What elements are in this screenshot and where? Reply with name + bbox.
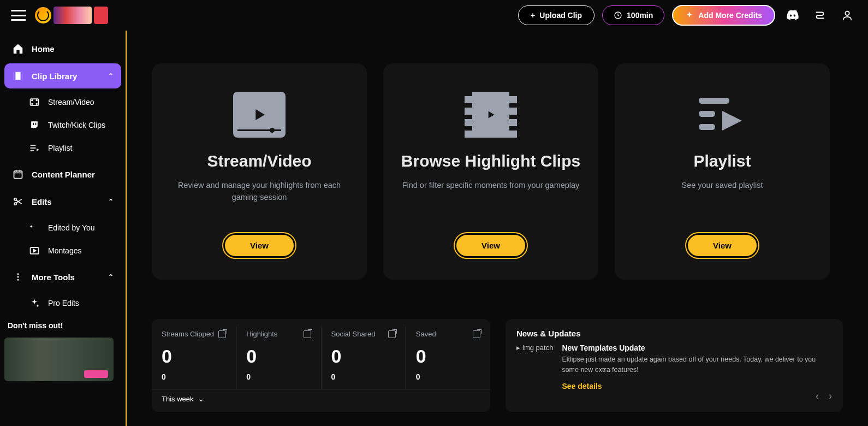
chevron-up-icon: ⌃ bbox=[108, 198, 114, 205]
svg-point-19 bbox=[17, 279, 19, 281]
svg-point-9 bbox=[36, 104, 37, 105]
body: Home Clip Library ⌃ Stream/Video Twitch/… bbox=[0, 31, 868, 426]
sidebar-label: More Tools bbox=[32, 273, 75, 282]
news-section-title: News & Updates bbox=[516, 329, 832, 338]
stat-saved: Saved 0 0 bbox=[406, 327, 490, 389]
minutes-button[interactable]: 100min bbox=[602, 5, 664, 25]
news-prev-button[interactable]: ‹ bbox=[816, 390, 819, 402]
external-link-icon[interactable] bbox=[473, 330, 480, 338]
card-desc: Review and manage your highlights from e… bbox=[168, 179, 350, 233]
stat-label: Saved bbox=[416, 330, 436, 338]
svg-point-14 bbox=[14, 198, 16, 200]
sidebar-item-twitch-kick[interactable]: Twitch/Kick Clips bbox=[21, 114, 121, 137]
sidebar-label: Playlist bbox=[48, 144, 72, 152]
sidebar-label: Clip Library bbox=[32, 72, 77, 81]
card-browse-clips: Browse Highlight Clips Find or filter sp… bbox=[383, 63, 598, 280]
sidebar-item-content-planner[interactable]: Content Planner bbox=[4, 162, 121, 187]
montage-icon bbox=[28, 245, 40, 257]
period-selector[interactable]: This week ⌄ bbox=[152, 389, 490, 409]
external-link-icon[interactable] bbox=[218, 330, 226, 338]
news-panel: News & Updates img patch New Templates U… bbox=[506, 319, 843, 412]
upload-clip-button[interactable]: + Upload Clip bbox=[518, 5, 594, 25]
card-title: Stream/Video bbox=[207, 152, 311, 170]
credits-label: Add More Credits bbox=[698, 11, 762, 20]
path-icon bbox=[814, 9, 826, 21]
external-link-icon[interactable] bbox=[304, 330, 311, 338]
logo-art-1 bbox=[53, 7, 92, 24]
sidebar-label: Montages bbox=[48, 246, 81, 255]
svg-rect-20 bbox=[699, 98, 729, 104]
card-desc: See your saved playlist bbox=[681, 179, 763, 233]
rewards-button[interactable] bbox=[810, 5, 830, 25]
sidebar-label: Home bbox=[32, 44, 55, 54]
stat-value: 0 bbox=[331, 346, 396, 367]
news-pagination: ‹ › bbox=[816, 390, 832, 402]
svg-point-6 bbox=[32, 100, 33, 101]
sidebar-item-stream-video[interactable]: Stream/Video bbox=[21, 91, 121, 114]
stat-value: 0 bbox=[162, 346, 226, 367]
sidebar-item-home[interactable]: Home bbox=[4, 36, 121, 61]
external-link-icon[interactable] bbox=[388, 330, 396, 338]
stats-row: Streams Clipped 0 0 Highlights 0 0 Socia… bbox=[152, 327, 490, 389]
upload-label: Upload Clip bbox=[539, 11, 582, 20]
clip-library-subitems: Stream/Video Twitch/Kick Clips Playlist bbox=[4, 91, 121, 159]
sidebar-label: Pro Edits bbox=[48, 299, 79, 307]
discord-button[interactable] bbox=[783, 5, 802, 25]
stat-subvalue: 0 bbox=[246, 372, 311, 381]
promo-banner[interactable] bbox=[4, 338, 114, 381]
sidebar-item-edited-by-you[interactable]: Edited by You bbox=[21, 216, 121, 239]
sparkles-icon bbox=[28, 297, 40, 309]
news-headline: New Templates Update bbox=[562, 344, 832, 352]
header-left bbox=[11, 7, 108, 24]
svg-rect-11 bbox=[31, 147, 36, 149]
menu-toggle-button[interactable] bbox=[11, 10, 26, 21]
video-player-icon bbox=[233, 92, 286, 138]
home-icon bbox=[12, 43, 24, 55]
stat-label: Highlights bbox=[246, 330, 277, 338]
sidebar-label: Content Planner bbox=[32, 170, 95, 179]
svg-rect-4 bbox=[21, 72, 23, 80]
main-content: Stream/Video Review and manage your high… bbox=[127, 31, 868, 426]
news-details-link[interactable]: See details bbox=[562, 382, 832, 390]
sidebar-label: Stream/Video bbox=[48, 98, 94, 106]
svg-point-7 bbox=[32, 104, 33, 105]
svg-rect-3 bbox=[14, 72, 16, 80]
sidebar-item-clip-library[interactable]: Clip Library ⌃ bbox=[4, 63, 121, 88]
chevron-down-icon: ⌄ bbox=[198, 395, 204, 403]
stat-social-shared: Social Shared 0 0 bbox=[322, 327, 406, 389]
wand-icon bbox=[28, 222, 40, 234]
add-credits-button[interactable]: Add More Credits bbox=[672, 5, 775, 26]
stats-panel: Streams Clipped 0 0 Highlights 0 0 Socia… bbox=[152, 319, 490, 412]
news-next-button[interactable]: › bbox=[829, 390, 832, 402]
sidebar-label: Edits bbox=[32, 197, 52, 206]
view-stream-button[interactable]: View bbox=[223, 233, 295, 258]
chevron-up-icon: ⌃ bbox=[108, 273, 114, 281]
playlist-icon bbox=[28, 142, 40, 154]
sidebar-item-pro-edits[interactable]: Pro Edits bbox=[21, 292, 121, 315]
period-label: This week bbox=[162, 395, 194, 403]
svg-rect-10 bbox=[31, 145, 36, 146]
svg-rect-12 bbox=[31, 150, 34, 151]
calendar-icon bbox=[12, 168, 24, 180]
sidebar-item-montages[interactable]: Montages bbox=[21, 239, 121, 262]
logo[interactable] bbox=[35, 7, 108, 24]
sidebar-item-more-tools[interactable]: More Tools ⌃ bbox=[4, 264, 121, 289]
stat-highlights: Highlights 0 0 bbox=[236, 327, 321, 389]
view-clips-button[interactable]: View bbox=[455, 233, 527, 258]
logo-art-2 bbox=[94, 7, 108, 24]
plus-icon: + bbox=[531, 11, 535, 20]
profile-button[interactable] bbox=[837, 5, 857, 25]
feature-cards: Stream/Video Review and manage your high… bbox=[152, 63, 843, 280]
edits-subitems: Edited by You Montages bbox=[4, 216, 121, 262]
svg-rect-21 bbox=[699, 111, 715, 117]
user-icon bbox=[841, 9, 853, 21]
svg-point-1 bbox=[845, 11, 849, 15]
sidebar-item-edits[interactable]: Edits ⌃ bbox=[4, 189, 121, 214]
svg-rect-13 bbox=[14, 171, 22, 178]
sidebar-item-playlist[interactable]: Playlist bbox=[21, 137, 121, 159]
clock-icon bbox=[614, 11, 622, 20]
view-playlist-button[interactable]: View bbox=[686, 233, 758, 258]
stat-value: 0 bbox=[416, 346, 480, 367]
card-title: Playlist bbox=[693, 152, 751, 170]
sidebar-label: Edited by You bbox=[48, 223, 95, 232]
